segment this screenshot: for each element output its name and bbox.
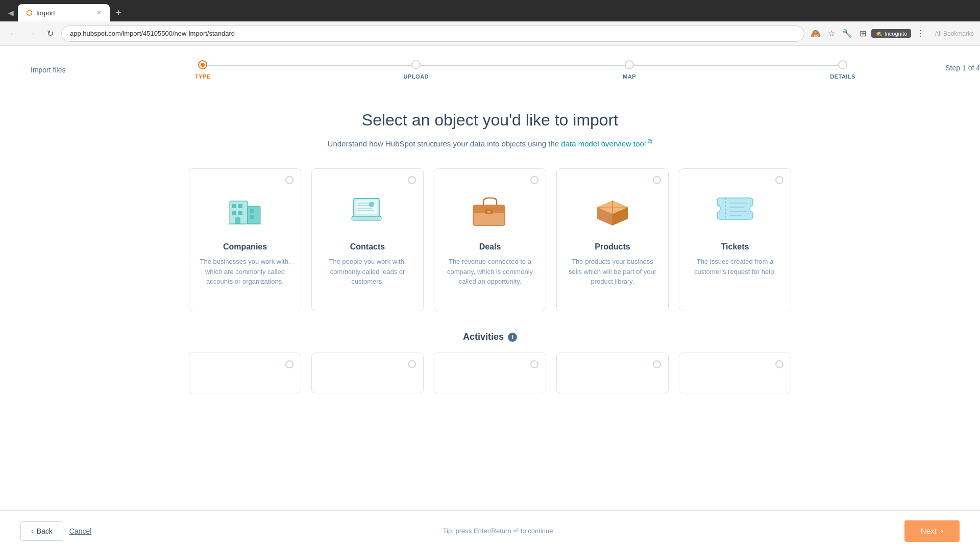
card-tickets[interactable]: Tickets The issues created from a custom… bbox=[679, 168, 791, 311]
card-contacts-title: Contacts bbox=[350, 242, 385, 252]
tip-text: Tip: press Enter/Return ⏎ to continue bbox=[443, 527, 553, 535]
contacts-icon bbox=[342, 183, 393, 234]
step-line-1 bbox=[203, 65, 416, 66]
activities-info-icon[interactable]: i bbox=[508, 333, 517, 342]
card-companies-desc: The businesses you work with, which are … bbox=[200, 257, 290, 287]
next-arrow-icon: › bbox=[941, 527, 943, 536]
svg-rect-1 bbox=[248, 206, 260, 224]
activity-card-1[interactable] bbox=[189, 353, 301, 393]
forward-nav-btn[interactable]: → bbox=[24, 27, 39, 41]
new-tab-btn[interactable]: + bbox=[112, 6, 126, 20]
svg-rect-7 bbox=[250, 215, 254, 219]
page-content: Import files TYPE UPLOAD MAP bbox=[0, 46, 980, 551]
activity-card-4-radio[interactable] bbox=[653, 360, 661, 368]
card-tickets-title: Tickets bbox=[721, 242, 749, 252]
step-count: Step 1 of 4 bbox=[945, 64, 980, 72]
step-map-circle bbox=[625, 60, 634, 69]
products-icon bbox=[587, 183, 638, 234]
svg-rect-3 bbox=[238, 204, 242, 208]
bookmark-icon[interactable]: ☆ bbox=[826, 27, 837, 40]
tab-nav-back[interactable]: ◀ bbox=[6, 7, 16, 19]
refresh-btn[interactable]: ↻ bbox=[43, 27, 57, 41]
card-companies[interactable]: Companies The businesses you work with, … bbox=[189, 168, 301, 311]
nav-bar: ← → ↻ app.hubspot.com/import/45105500/ne… bbox=[0, 21, 980, 46]
svg-rect-9 bbox=[235, 217, 240, 224]
svg-rect-5 bbox=[238, 211, 242, 215]
bookmarks-label: All Bookmarks bbox=[935, 30, 974, 37]
eye-slash-icon[interactable]: 🙈 bbox=[808, 27, 823, 40]
active-tab[interactable]: ⬡ Import ✕ bbox=[18, 4, 110, 21]
activities-label: Activities bbox=[463, 332, 504, 342]
card-tickets-radio[interactable] bbox=[775, 176, 783, 184]
back-nav-btn[interactable]: ← bbox=[6, 27, 20, 41]
card-companies-radio[interactable] bbox=[285, 176, 293, 184]
card-deals-desc: The revenue connected to a company, whic… bbox=[445, 257, 535, 287]
activity-card-4[interactable] bbox=[556, 353, 669, 393]
object-cards-grid: Companies The businesses you work with, … bbox=[163, 168, 817, 311]
activity-card-1-radio[interactable] bbox=[285, 360, 293, 368]
stepper-section: Import files TYPE UPLOAD MAP bbox=[0, 46, 980, 90]
activity-card-5-radio[interactable] bbox=[775, 360, 783, 368]
step-upload: UPLOAD bbox=[309, 60, 523, 80]
card-deals-radio[interactable] bbox=[530, 176, 538, 184]
step-map: MAP bbox=[523, 60, 736, 80]
url-text: app.hubspot.com/import/45105500/new-impo… bbox=[70, 30, 235, 37]
activity-card-3-radio[interactable] bbox=[530, 360, 538, 368]
next-button[interactable]: Next › bbox=[904, 520, 960, 542]
page-title: Select an object you'd like to import bbox=[163, 111, 817, 130]
import-files-label: Import files bbox=[31, 66, 65, 74]
card-contacts-radio[interactable] bbox=[408, 176, 416, 184]
tab-title: Import bbox=[36, 9, 55, 17]
menu-icon[interactable]: ⋮ bbox=[914, 27, 926, 40]
activity-card-5[interactable] bbox=[679, 353, 791, 393]
card-deals[interactable]: Deals The revenue connected to a company… bbox=[434, 168, 546, 311]
activity-card-2[interactable] bbox=[311, 353, 424, 393]
card-products-title: Products bbox=[595, 242, 630, 252]
svg-rect-21 bbox=[487, 211, 491, 213]
next-label: Next bbox=[921, 527, 937, 535]
activity-card-3[interactable] bbox=[434, 353, 546, 393]
activities-cards bbox=[163, 353, 817, 393]
svg-rect-16 bbox=[352, 216, 381, 220]
card-products-desc: The products your business sells which w… bbox=[567, 257, 658, 287]
activities-section-title: Activities i bbox=[163, 332, 817, 342]
footer-tip: Tip: press Enter/Return ⏎ to continue bbox=[443, 527, 553, 535]
data-model-link[interactable]: data model overview tool ⧉ bbox=[561, 139, 652, 148]
step-line-2 bbox=[416, 65, 629, 66]
page-subtitle: Understand how HubSpot structures your d… bbox=[163, 138, 817, 148]
extensions-icon[interactable]: 🔧 bbox=[840, 27, 854, 40]
svg-rect-2 bbox=[232, 204, 236, 208]
main-area: Select an object you'd like to import Un… bbox=[133, 90, 847, 455]
incognito-icon: 🕵 bbox=[875, 30, 883, 37]
address-bar[interactable]: app.hubspot.com/import/45105500/new-impo… bbox=[61, 26, 804, 42]
step-type-circle bbox=[198, 60, 207, 69]
card-products-radio[interactable] bbox=[653, 176, 661, 184]
external-link-icon: ⧉ bbox=[648, 138, 652, 145]
step-type-label: TYPE bbox=[195, 73, 211, 80]
grid-icon[interactable]: ⊞ bbox=[857, 27, 868, 40]
companies-icon bbox=[219, 183, 271, 234]
svg-point-17 bbox=[369, 202, 374, 207]
nav-icons: 🙈 ☆ 🔧 ⊞ 🕵 Incognito ⋮ bbox=[808, 27, 927, 40]
tab-bar: ◀ ⬡ Import ✕ + bbox=[0, 0, 980, 21]
back-label: Back bbox=[37, 527, 53, 535]
subtitle-prefix: Understand how HubSpot structures your d… bbox=[328, 139, 561, 148]
cancel-button[interactable]: Cancel bbox=[69, 527, 92, 535]
back-button[interactable]: ‹ Back bbox=[20, 521, 63, 541]
browser-chrome: ◀ ⬡ Import ✕ + ← → ↻ app.hubspot.com/imp… bbox=[0, 0, 980, 46]
step-details-label: DETAILS bbox=[830, 73, 855, 80]
tab-close-btn[interactable]: ✕ bbox=[96, 9, 102, 16]
svg-rect-6 bbox=[250, 209, 254, 213]
footer: ‹ Back Cancel Tip: press Enter/Return ⏎ … bbox=[0, 510, 980, 551]
stepper: TYPE UPLOAD MAP DETAILS bbox=[96, 60, 949, 80]
svg-rect-4 bbox=[232, 211, 236, 215]
card-contacts[interactable]: Contacts The people you work with, commo… bbox=[311, 168, 424, 311]
hubspot-tab-icon: ⬡ bbox=[26, 9, 32, 17]
tickets-icon bbox=[709, 183, 761, 234]
activity-card-2-radio[interactable] bbox=[408, 360, 416, 368]
card-deals-title: Deals bbox=[479, 242, 501, 252]
subtitle-link-text: data model overview tool bbox=[561, 139, 646, 148]
step-line-3 bbox=[629, 65, 843, 66]
card-products[interactable]: Products The products your business sell… bbox=[556, 168, 669, 311]
step-type: TYPE bbox=[96, 60, 309, 80]
